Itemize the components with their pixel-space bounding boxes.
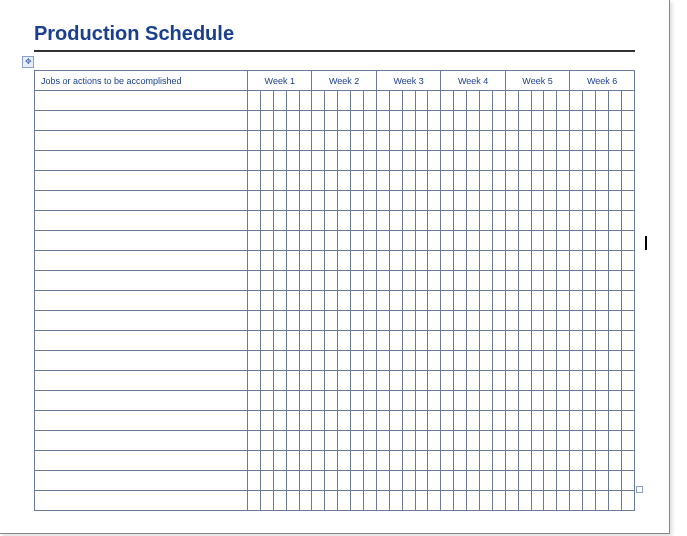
day-cell[interactable] bbox=[376, 251, 389, 271]
day-cell[interactable] bbox=[596, 411, 609, 431]
day-cell[interactable] bbox=[364, 411, 377, 431]
day-cell[interactable] bbox=[415, 471, 428, 491]
day-cell[interactable] bbox=[299, 271, 312, 291]
day-cell[interactable] bbox=[351, 111, 364, 131]
day-cell[interactable] bbox=[248, 391, 261, 411]
day-cell[interactable] bbox=[492, 331, 505, 351]
day-cell[interactable] bbox=[273, 291, 286, 311]
day-cell[interactable] bbox=[338, 231, 351, 251]
day-cell[interactable] bbox=[596, 331, 609, 351]
day-cell[interactable] bbox=[364, 151, 377, 171]
day-cell[interactable] bbox=[596, 151, 609, 171]
day-cell[interactable] bbox=[286, 351, 299, 371]
day-cell[interactable] bbox=[273, 471, 286, 491]
day-cell[interactable] bbox=[428, 391, 441, 411]
day-cell[interactable] bbox=[351, 431, 364, 451]
day-cell[interactable] bbox=[299, 431, 312, 451]
day-cell[interactable] bbox=[389, 211, 402, 231]
day-cell[interactable] bbox=[402, 351, 415, 371]
day-cell[interactable] bbox=[286, 171, 299, 191]
table-row[interactable] bbox=[35, 191, 635, 211]
day-cell[interactable] bbox=[376, 311, 389, 331]
day-cell[interactable] bbox=[273, 211, 286, 231]
day-cell[interactable] bbox=[364, 431, 377, 451]
day-cell[interactable] bbox=[570, 491, 583, 511]
day-cell[interactable] bbox=[480, 91, 493, 111]
day-cell[interactable] bbox=[260, 231, 273, 251]
day-cell[interactable] bbox=[299, 171, 312, 191]
day-cell[interactable] bbox=[531, 451, 544, 471]
day-cell[interactable] bbox=[467, 491, 480, 511]
day-cell[interactable] bbox=[467, 211, 480, 231]
day-cell[interactable] bbox=[299, 151, 312, 171]
day-cell[interactable] bbox=[248, 451, 261, 471]
day-cell[interactable] bbox=[608, 211, 621, 231]
day-cell[interactable] bbox=[260, 411, 273, 431]
day-cell[interactable] bbox=[492, 471, 505, 491]
day-cell[interactable] bbox=[376, 171, 389, 191]
job-cell[interactable] bbox=[35, 271, 248, 291]
day-cell[interactable] bbox=[260, 111, 273, 131]
day-cell[interactable] bbox=[583, 331, 596, 351]
day-cell[interactable] bbox=[492, 431, 505, 451]
day-cell[interactable] bbox=[441, 391, 454, 411]
day-cell[interactable] bbox=[441, 191, 454, 211]
table-row[interactable] bbox=[35, 311, 635, 331]
day-cell[interactable] bbox=[415, 151, 428, 171]
day-cell[interactable] bbox=[492, 351, 505, 371]
day-cell[interactable] bbox=[312, 411, 325, 431]
day-cell[interactable] bbox=[544, 451, 557, 471]
day-cell[interactable] bbox=[325, 111, 338, 131]
day-cell[interactable] bbox=[608, 471, 621, 491]
day-cell[interactable] bbox=[325, 171, 338, 191]
day-cell[interactable] bbox=[415, 91, 428, 111]
day-cell[interactable] bbox=[531, 471, 544, 491]
day-cell[interactable] bbox=[402, 311, 415, 331]
day-cell[interactable] bbox=[338, 151, 351, 171]
day-cell[interactable] bbox=[557, 311, 570, 331]
day-cell[interactable] bbox=[480, 451, 493, 471]
day-cell[interactable] bbox=[583, 311, 596, 331]
day-cell[interactable] bbox=[454, 391, 467, 411]
day-cell[interactable] bbox=[248, 171, 261, 191]
day-cell[interactable] bbox=[596, 351, 609, 371]
day-cell[interactable] bbox=[312, 391, 325, 411]
day-cell[interactable] bbox=[570, 371, 583, 391]
day-cell[interactable] bbox=[338, 251, 351, 271]
day-cell[interactable] bbox=[454, 291, 467, 311]
day-cell[interactable] bbox=[338, 391, 351, 411]
day-cell[interactable] bbox=[286, 131, 299, 151]
day-cell[interactable] bbox=[260, 371, 273, 391]
day-cell[interactable] bbox=[505, 171, 518, 191]
table-row[interactable] bbox=[35, 351, 635, 371]
day-cell[interactable] bbox=[248, 471, 261, 491]
day-cell[interactable] bbox=[544, 131, 557, 151]
day-cell[interactable] bbox=[402, 291, 415, 311]
day-cell[interactable] bbox=[273, 311, 286, 331]
day-cell[interactable] bbox=[364, 191, 377, 211]
day-cell[interactable] bbox=[260, 251, 273, 271]
day-cell[interactable] bbox=[544, 331, 557, 351]
day-cell[interactable] bbox=[273, 491, 286, 511]
table-row[interactable] bbox=[35, 431, 635, 451]
day-cell[interactable] bbox=[248, 271, 261, 291]
day-cell[interactable] bbox=[364, 231, 377, 251]
day-cell[interactable] bbox=[583, 171, 596, 191]
day-cell[interactable] bbox=[492, 211, 505, 231]
day-cell[interactable] bbox=[480, 311, 493, 331]
day-cell[interactable] bbox=[402, 471, 415, 491]
day-cell[interactable] bbox=[505, 131, 518, 151]
day-cell[interactable] bbox=[376, 91, 389, 111]
day-cell[interactable] bbox=[441, 111, 454, 131]
day-cell[interactable] bbox=[312, 91, 325, 111]
day-cell[interactable] bbox=[570, 471, 583, 491]
day-cell[interactable] bbox=[467, 111, 480, 131]
day-cell[interactable] bbox=[518, 271, 531, 291]
day-cell[interactable] bbox=[454, 151, 467, 171]
day-cell[interactable] bbox=[415, 431, 428, 451]
day-cell[interactable] bbox=[621, 331, 634, 351]
day-cell[interactable] bbox=[325, 431, 338, 451]
day-cell[interactable] bbox=[557, 391, 570, 411]
day-cell[interactable] bbox=[492, 411, 505, 431]
day-cell[interactable] bbox=[428, 171, 441, 191]
